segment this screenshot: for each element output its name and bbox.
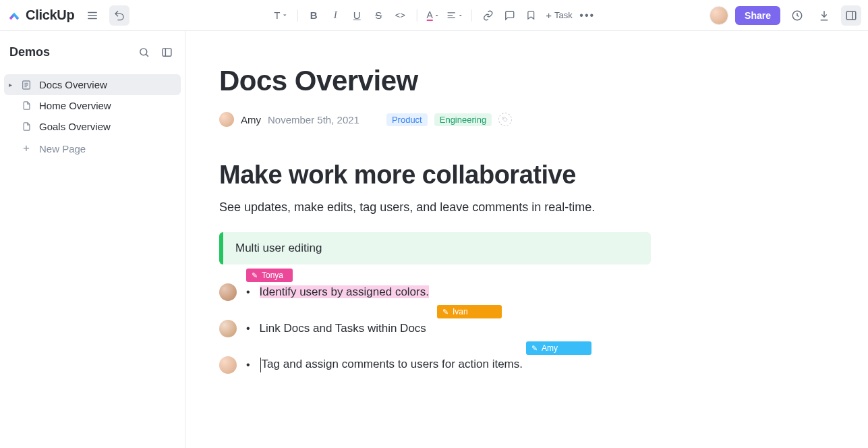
document-area[interactable]: Docs Overview Amy November 5th, 2021 Pro… xyxy=(185,31,868,448)
topbar-right: Share xyxy=(710,5,861,26)
edit-icon: ✎ xyxy=(442,308,449,316)
collaborator-avatar[interactable] xyxy=(219,320,237,337)
underline-button[interactable]: U xyxy=(347,6,366,25)
caret-icon: ▸ xyxy=(7,81,13,88)
main-layout: Demos ▸ Docs Overview xyxy=(0,31,868,448)
author-name[interactable]: Amy xyxy=(241,114,261,125)
download-button[interactable] xyxy=(814,5,834,26)
sidebar-item-label: Docs Overview xyxy=(39,79,107,90)
panel-icon xyxy=(845,9,857,22)
panel-toggle-button[interactable] xyxy=(841,5,861,26)
plus-icon: + xyxy=(20,142,32,155)
align-left-icon xyxy=(446,10,457,20)
collaborator-avatar[interactable] xyxy=(219,356,237,374)
presence-name: Tonya xyxy=(262,271,283,280)
svg-rect-1 xyxy=(846,11,856,20)
sidebar-collapse-button[interactable] xyxy=(158,43,175,61)
current-user-avatar[interactable] xyxy=(710,6,728,25)
bullet-text[interactable]: Tag and assign comments to users for act… xyxy=(260,358,523,372)
bold-icon: B xyxy=(310,9,318,21)
add-tag-button[interactable] xyxy=(498,113,512,126)
sidebar-title: Demos xyxy=(9,45,50,59)
separator xyxy=(416,9,417,22)
text-color-icon: A xyxy=(427,10,433,21)
undo-button[interactable] xyxy=(109,5,129,26)
page-icon xyxy=(20,101,32,111)
comment-icon xyxy=(504,10,515,21)
more-button[interactable]: ••• xyxy=(578,6,597,25)
tag-engineering[interactable]: Engineering xyxy=(434,113,492,126)
presence-tag-ivan: ✎ Ivan xyxy=(437,305,502,318)
highlighted-text: Identify users by assigned colors. xyxy=(260,285,429,298)
bullet-text[interactable]: Identify users by assigned colors. xyxy=(260,285,429,299)
callout-block[interactable]: Multi user editing xyxy=(219,232,651,264)
strikethrough-icon: S xyxy=(375,9,382,21)
presence-tag-amy: ✎ Amy xyxy=(526,341,591,355)
bullet-text-content: Tag and assign comments to users for act… xyxy=(262,358,523,370)
new-page-label: New Page xyxy=(39,143,86,155)
bold-button[interactable]: B xyxy=(304,6,323,25)
page-icon xyxy=(20,121,32,132)
undo-icon xyxy=(114,10,125,21)
bookmark-button[interactable] xyxy=(521,6,540,25)
edit-icon: ✎ xyxy=(252,271,258,280)
sidebar-search-button[interactable] xyxy=(135,43,152,61)
text-style-label: T xyxy=(274,9,280,21)
callout-text[interactable]: Multi user editing xyxy=(223,232,651,264)
sidebar-page-list: ▸ Docs Overview Home Overview Goals Over… xyxy=(0,74,185,160)
chevron-down-icon xyxy=(458,13,463,18)
presence-tag-tonya: ✎ Tonya xyxy=(246,269,293,282)
comment-button[interactable] xyxy=(500,6,519,25)
app-logo[interactable]: ClickUp xyxy=(7,7,74,23)
doc-date: November 5th, 2021 xyxy=(268,114,359,125)
bullet-row[interactable]: ✎ Tonya • Identify users by assigned col… xyxy=(219,283,745,301)
sidebar-header: Demos xyxy=(0,43,185,74)
link-button[interactable] xyxy=(478,6,497,25)
underline-icon: U xyxy=(353,9,361,21)
doc-subtext[interactable]: See updates, make edits, tag users, and … xyxy=(219,200,745,215)
italic-button[interactable]: I xyxy=(326,6,345,25)
sidebar-item-home-overview[interactable]: Home Overview xyxy=(0,95,185,116)
edit-icon: ✎ xyxy=(531,344,538,353)
svg-point-2 xyxy=(140,48,146,55)
text-color-button[interactable]: A xyxy=(424,6,442,25)
doc-meta-row: Amy November 5th, 2021 Product Engineeri… xyxy=(219,112,745,127)
bullets-list: ✎ Tonya • Identify users by assigned col… xyxy=(219,283,745,374)
tag-icon xyxy=(502,116,509,123)
add-task-button[interactable]: + Task xyxy=(543,8,575,22)
menu-icon xyxy=(86,9,98,22)
task-label: Task xyxy=(554,10,573,20)
bullet-row[interactable]: ✎ Ivan • Link Docs and Tasks within Docs xyxy=(219,320,745,337)
menu-toggle-button[interactable] xyxy=(82,5,103,26)
presence-name: Ivan xyxy=(453,307,468,316)
separator xyxy=(297,9,297,22)
bullet-text[interactable]: Link Docs and Tasks within Docs xyxy=(260,322,426,335)
align-button[interactable] xyxy=(445,6,464,25)
page-title[interactable]: Docs Overview xyxy=(219,65,745,97)
formatting-toolbar: T B I U S <> A + Task ••• xyxy=(271,6,597,25)
author-avatar[interactable] xyxy=(219,112,234,127)
doc-heading[interactable]: Make work more collaborative xyxy=(219,161,745,190)
bullet-row[interactable]: ✎ Amy • Tag and assign comments to users… xyxy=(219,356,745,374)
strikethrough-button[interactable]: S xyxy=(369,6,388,25)
bullet-marker: • xyxy=(246,323,250,335)
italic-icon: I xyxy=(334,9,337,21)
collaborator-avatar[interactable] xyxy=(219,283,237,301)
sidebar-item-label: Home Overview xyxy=(39,100,111,111)
search-icon xyxy=(138,47,150,58)
code-icon: <> xyxy=(395,10,405,20)
history-button[interactable] xyxy=(787,5,807,26)
sidebar-item-docs-overview[interactable]: ▸ Docs Overview xyxy=(4,74,181,95)
sidebar-new-page-button[interactable]: + New Page xyxy=(0,137,185,160)
app-name: ClickUp xyxy=(26,7,74,23)
link-icon xyxy=(482,10,493,21)
sidebar-item-goals-overview[interactable]: Goals Overview xyxy=(0,116,185,137)
share-button[interactable]: Share xyxy=(735,6,780,25)
tag-product[interactable]: Product xyxy=(386,113,428,126)
text-cursor xyxy=(260,358,261,372)
clickup-logo-icon xyxy=(7,8,22,23)
bullet-marker: • xyxy=(246,286,250,298)
text-style-dropdown[interactable]: T xyxy=(271,6,290,25)
chevron-down-icon xyxy=(434,13,440,18)
code-button[interactable]: <> xyxy=(390,6,409,25)
